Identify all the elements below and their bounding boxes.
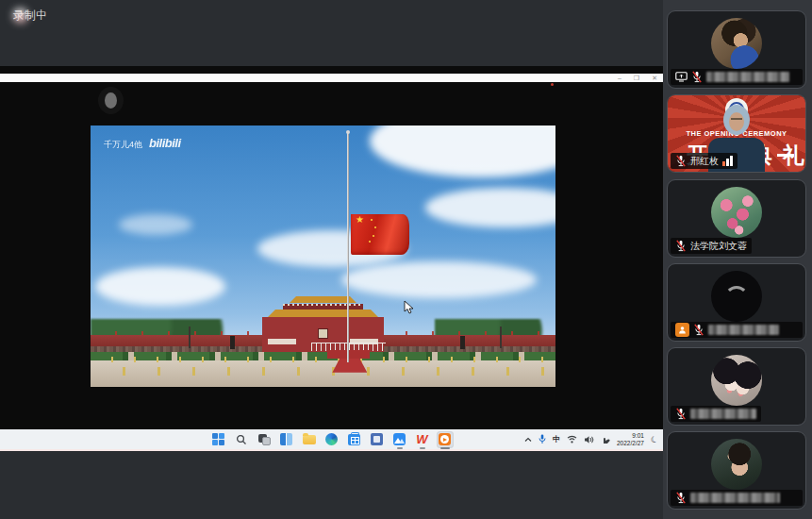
widgets-icon	[278, 431, 295, 448]
participant-tile[interactable]	[667, 431, 806, 510]
watermark: 千万儿4他 bilibili	[104, 136, 181, 151]
volume-icon	[584, 435, 594, 444]
avatar	[711, 439, 762, 490]
chinese-flag-half-mast: ★	[351, 214, 409, 255]
wifi-icon	[567, 435, 577, 444]
network-signal-icon	[722, 156, 733, 166]
participant-name: 邢红枚	[690, 155, 719, 168]
windows-taskbar: W 中 9:01 2022/2/27 ☾	[0, 429, 663, 451]
participant-tile[interactable]	[667, 263, 806, 342]
tray-time: 9:01	[617, 432, 644, 440]
participant-tile[interactable]: 法学院刘文蓉	[667, 179, 806, 258]
bilibili-video: ★ 千万儿4他 bilibili	[91, 126, 555, 387]
presenter-camera-bubble	[98, 87, 124, 114]
avatar	[711, 271, 762, 322]
edge-icon	[323, 431, 340, 448]
store-icon	[346, 431, 363, 448]
avatar	[711, 187, 762, 238]
shared-screen-view[interactable]: – ❐ ✕	[0, 66, 663, 451]
file-explorer-icon	[301, 431, 318, 448]
bollard-row	[91, 367, 555, 376]
flagpole	[347, 133, 349, 361]
participants-panel[interactable]: THE OPENING CEREMONY 开学典礼 邢红枚	[663, 0, 812, 519]
meeting-app-icon	[391, 431, 408, 448]
muted-mic-icon	[675, 240, 687, 252]
task-view-icon	[256, 431, 273, 448]
close-icon: ✕	[652, 75, 657, 81]
shared-window-titlebar: – ❐ ✕	[0, 74, 663, 82]
uploader-watermark: 千万儿4他	[104, 139, 142, 151]
bilibili-logo: bilibili	[149, 136, 181, 150]
touch-icon	[601, 435, 610, 444]
recording-indicator: ☁ 录制中	[13, 8, 47, 24]
mouse-cursor	[404, 300, 415, 315]
recording-dot-icon	[551, 83, 554, 86]
redacted-participant-name	[706, 72, 789, 82]
tray-clock: 9:01 2022/2/27	[617, 432, 644, 447]
restore-icon: ❐	[634, 75, 639, 81]
redacted-participant-name	[690, 493, 780, 503]
wps-icon: W	[414, 431, 431, 448]
screen-share-icon	[675, 72, 688, 82]
cloud-recording-icon: ☁	[13, 8, 27, 23]
ime-indicator: 中	[553, 434, 560, 444]
media-player-icon	[437, 431, 454, 448]
muted-mic-icon	[675, 492, 687, 504]
minimize-icon: –	[618, 75, 621, 81]
start-icon	[210, 431, 227, 448]
participant-tile[interactable]	[667, 10, 806, 89]
participant-tile[interactable]	[667, 347, 806, 426]
system-tray: 中 9:01 2022/2/27 ☾	[524, 429, 658, 449]
tray-date: 2022/2/27	[617, 440, 644, 447]
participant-tile[interactable]: THE OPENING CEREMONY 开学典礼 邢红枚	[667, 94, 806, 173]
avatar	[711, 18, 762, 69]
chevron-up-icon	[524, 437, 532, 443]
redacted-participant-name	[708, 325, 779, 335]
muted-mic-icon	[693, 324, 704, 336]
muted-mic-icon	[675, 155, 687, 167]
bollard-row	[91, 357, 555, 362]
blue-app-icon	[369, 431, 386, 448]
guest-badge-icon	[675, 323, 689, 337]
muted-mic-icon	[691, 71, 703, 83]
meeting-window: ☁ 录制中 – ❐ ✕	[0, 0, 812, 519]
participant-name: 法学院刘文蓉	[690, 240, 747, 253]
avatar	[711, 355, 762, 406]
muted-mic-icon	[675, 408, 687, 420]
moon-icon: ☾	[650, 433, 660, 444]
redacted-participant-name	[690, 409, 756, 419]
search-icon	[233, 431, 250, 448]
tray-microphone-icon	[539, 434, 546, 444]
